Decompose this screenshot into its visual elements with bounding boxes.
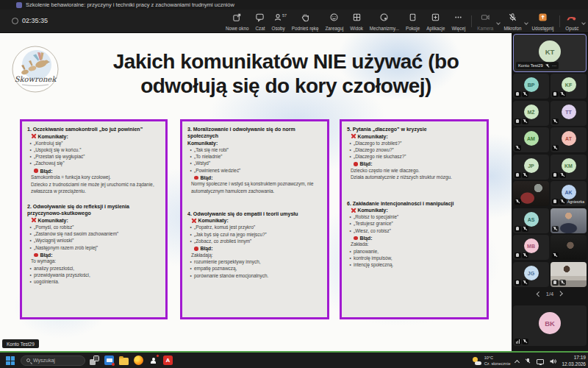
mechanisms-button[interactable]: Mechanizmy... [366,12,402,31]
mic-muted-icon [522,118,528,125]
error-dot-icon [34,253,38,258]
raise-hand-icon [301,12,310,25]
raised-hand-icon [514,91,521,98]
participant-tile[interactable]: MB [513,235,549,260]
share-button[interactable]: Udostępnij [528,12,557,31]
taskbar-clock[interactable]: 17:19 12.03.2026 [562,355,586,368]
x-icon [351,134,356,139]
presenter-name-chip: Konto Test29 [2,339,39,348]
meeting-toolbar: 02:35:35 Nowe okno Czat 57 Osoby Podnieś… [0,10,588,33]
more-button[interactable]: Więcej [448,12,469,31]
task-view-icon[interactable] [90,355,99,365]
participant-tile[interactable]: BP [513,74,549,99]
notification-dot [156,354,159,358]
shared-screen-slide: Skowronek Jakich komunikatów NIE używać … [0,33,512,351]
raised-hand-icon [514,226,521,233]
tray-mic-muted-icon[interactable] [524,358,531,365]
section-6: 6. Zakładanie intencjonalności i manipul… [347,200,481,269]
tray-caret-icon[interactable] [514,359,520,364]
start-button-icon[interactable] [6,356,15,365]
x-icon [31,218,36,223]
teams-taskbar-icon[interactable] [148,355,158,365]
meeting-timer: 02:35:35 [12,17,48,24]
tray-speaker-icon[interactable] [549,358,556,365]
participant-tile[interactable]: KF [551,74,587,99]
avatar: TT [562,105,576,119]
search-placeholder: Wyszukaj [33,358,55,363]
camera-options-chevron-icon[interactable] [496,21,501,25]
error-dot-icon [194,247,198,251]
avatar: MB [524,238,539,253]
firefox-icon[interactable] [134,355,143,365]
participant-tile[interactable]: JG [513,262,549,287]
avatar: BK [539,312,561,334]
tray-cast-icon[interactable] [537,358,544,364]
participants-pagination: 1/4 [512,291,588,297]
participant-tile[interactable]: JP [513,155,549,180]
view-grid-icon [352,12,362,25]
participant-tile[interactable]: TT [551,101,587,126]
participant-video-tile[interactable] [551,262,587,287]
participant-tile-active[interactable]: KT Konto Test29 ⋯ [513,34,587,72]
apps-button[interactable]: Aplikacje [423,12,448,31]
participant-video-tile[interactable] [551,208,587,233]
mechanisms-icon [379,12,389,25]
acrobat-icon[interactable]: A [163,355,173,365]
section-2: 2. Odwoływanie się do refleksji i myślen… [27,203,160,285]
mic-muted-icon [522,226,528,233]
section-5: 5. Pytania „dlaczego” w kryzysie Komunik… [347,126,481,181]
mic-muted-icon [522,172,528,179]
react-button[interactable]: Zareaguj [322,12,347,31]
meeting-timer-value: 02:35:35 [22,17,48,24]
participant-video-tile[interactable] [551,235,587,260]
participant-tile-bottom[interactable]: BK [513,305,587,346]
participant-tile[interactable]: AK Agnieszka [551,181,587,206]
weather-widget[interactable]: 10°C Cz. słonecznie [472,355,511,367]
camera-button[interactable]: Kamera [474,12,497,31]
file-explorer-icon[interactable] [119,358,129,365]
rooms-door-icon [408,12,417,25]
taskbar: Wyszukaj A 10°C Cz. słonecznie 17 [0,351,588,368]
taskbar-search[interactable]: Wyszukaj [21,355,85,366]
view-button[interactable]: Widok [347,12,367,31]
avatar: AS [524,212,539,227]
tray-date: 12.03.2026 [562,361,586,368]
taskbar-tray: 10°C Cz. słonecznie 17:19 12.03.2026 [472,353,586,368]
raised-hand-icon [552,91,559,98]
weather-sun-cloud-icon [472,356,481,366]
raise-hand-button[interactable]: Podnieś rękę [288,12,322,31]
participant-tile[interactable]: AM [513,127,549,152]
participant-tile[interactable]: KM [551,155,587,180]
avatar: JG [524,266,539,280]
error-dot-icon [354,236,358,241]
participant-video-tile[interactable] [513,181,549,206]
participant-tile[interactable]: AT [551,127,587,152]
tile-more-icon[interactable]: ⋯ [552,65,556,67]
chat-button[interactable]: Czat [252,12,268,31]
page-prev-icon[interactable] [537,291,541,296]
mic-muted-icon [559,199,566,205]
window-titlebar: Szkolenie behawioralne: przyczyny i tech… [0,0,588,10]
participant-tile[interactable]: AS [513,208,549,233]
avatar: MŻ [524,105,539,119]
search-icon [26,358,30,362]
mic-muted-icon [522,280,528,286]
slide-box-3: 5. Pytania „dlaczego” w kryzysie Komunik… [340,119,489,319]
leave-button[interactable]: Opuść [562,12,582,31]
avatar: BP [524,77,539,92]
taskbar-apps: A [90,355,173,365]
participant-tile[interactable]: MŻ [513,101,549,126]
toolbar-separator [471,15,472,27]
microphone-button[interactable]: Mikrofon [501,12,525,31]
leave-call-icon [567,12,577,25]
new-window-button[interactable]: Nowe okno [222,12,252,31]
microphone-options-chevron-icon[interactable] [524,21,528,25]
people-button[interactable]: 57 Osoby [268,12,288,31]
mail-icon[interactable] [104,355,114,365]
toolbar-actions: Nowe okno Czat 57 Osoby Podnieś rękę Zar… [222,10,586,33]
x-icon [191,218,196,223]
chat-icon [255,12,265,25]
page-next-icon[interactable] [558,291,562,296]
rooms-button[interactable]: Pokoje [402,12,423,31]
leave-options-chevron-icon[interactable] [581,21,586,25]
